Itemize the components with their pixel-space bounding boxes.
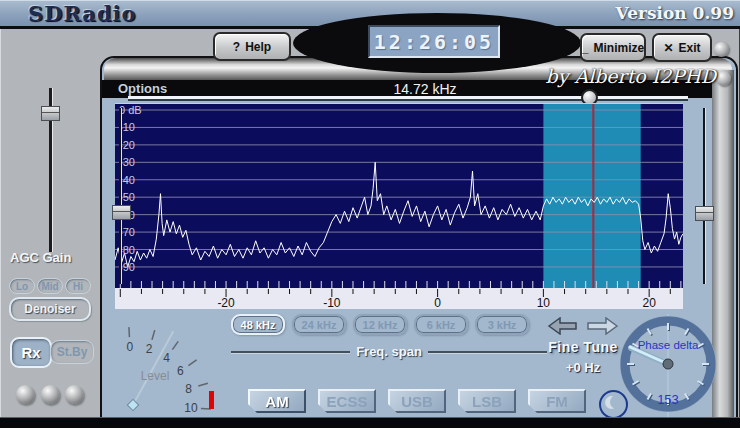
freq-span-label: Freq. span — [356, 344, 422, 359]
clock-display: 12:26:05 — [368, 25, 500, 58]
span-48khz-button[interactable]: 48 kHz — [231, 314, 285, 335]
minimize-button-label: Minimize — [594, 41, 645, 55]
mode-am-button[interactable]: AM — [248, 389, 306, 413]
right-spectrum-slider[interactable] — [703, 108, 705, 284]
phase-delta-value: 153 — [657, 392, 679, 407]
version-label: Version 0.99 — [616, 3, 734, 23]
minimize-icon: _ — [582, 41, 589, 55]
app-title: SDRadio — [28, 1, 137, 26]
span-24khz-button[interactable]: 24 kHz — [292, 314, 346, 335]
help-button[interactable]: ? Help — [213, 32, 291, 61]
agc-gain-label: AGC Gain — [10, 250, 71, 265]
question-icon: ? — [233, 40, 240, 54]
minimize-button[interactable]: _ Minimize — [580, 33, 646, 62]
help-button-label: Help — [245, 40, 271, 54]
svg-text:0: 0 — [434, 296, 441, 309]
indicator-lamp — [65, 385, 84, 404]
svg-text:-10: -10 — [323, 296, 341, 309]
frequency-axis: -20-1001020 — [115, 288, 683, 309]
svg-text:-10: -10 — [119, 121, 135, 133]
divider-line — [231, 351, 350, 353]
svg-text:6: 6 — [177, 364, 184, 378]
mode-lsb-button[interactable]: LSB — [458, 389, 516, 413]
span-6khz-button[interactable]: 6 kHz — [414, 314, 468, 335]
svg-text:-20: -20 — [217, 296, 235, 309]
svg-text:-80: -80 — [119, 244, 135, 256]
denoiser-button[interactable]: Denoiser — [9, 297, 91, 321]
mode-usb-button[interactable]: USB — [388, 389, 446, 413]
exit-button-label: Exit — [679, 41, 701, 55]
freq-span-group: Freq. span — [231, 344, 547, 359]
svg-text:0: 0 — [127, 340, 134, 354]
rx-button[interactable]: Rx — [10, 337, 52, 368]
mode-fm-button[interactable]: FM — [528, 389, 586, 413]
moon-icon-mask — [610, 395, 624, 409]
close-icon: ✕ — [663, 41, 673, 55]
svg-text:10: 10 — [537, 296, 551, 309]
agc-gain-slider-handle[interactable] — [41, 106, 60, 121]
fine-tune-up-arrow-icon[interactable] — [588, 318, 617, 334]
agc-mid-button[interactable]: Mid — [37, 278, 63, 294]
divider-line — [428, 351, 547, 353]
left-spectrum-slider-handle[interactable] — [112, 205, 131, 220]
svg-text:-20: -20 — [119, 139, 135, 151]
span-12khz-button[interactable]: 12 kHz — [353, 314, 407, 335]
svg-text:10: 10 — [184, 401, 198, 415]
indicator-lamp — [16, 385, 35, 404]
agc-preset-buttons: Lo Mid Hi — [9, 278, 91, 294]
sdradio-window: SDRadio Version 0.99 Options 14.72 kHz b… — [0, 0, 740, 428]
phase-delta-dial: Phase delta 153 — [616, 308, 740, 428]
frequency-axis-ticks: -20-1001020 — [115, 288, 683, 309]
rivet-decoration — [714, 42, 729, 57]
freq-span-buttons: 48 kHz 24 kHz 12 kHz 6 kHz 3 kHz — [231, 314, 529, 335]
fine-tune-label: Fine Tune — [538, 339, 628, 355]
agc-hi-button[interactable]: Hi — [65, 278, 91, 294]
phase-delta-label: Phase delta — [638, 339, 699, 351]
svg-text:8: 8 — [185, 382, 192, 396]
mode-buttons: AM ECSS USB LSB FM — [248, 389, 586, 413]
author-credit: by Alberto I2PHD — [498, 58, 720, 94]
svg-text:-30: -30 — [119, 156, 135, 168]
agc-lo-button[interactable]: Lo — [9, 278, 35, 294]
svg-text:-90: -90 — [119, 261, 135, 273]
svg-text:4: 4 — [163, 351, 170, 365]
exit-button[interactable]: ✕ Exit — [652, 33, 712, 62]
level-meter: 0246810 Level — [103, 312, 228, 424]
fine-tune-arrows — [547, 317, 619, 335]
level-meter-label: Level — [141, 369, 170, 383]
moon-toggle-button[interactable] — [599, 390, 628, 419]
tuning-slider-track[interactable] — [128, 96, 688, 101]
svg-text:-70: -70 — [119, 226, 135, 238]
span-3khz-button[interactable]: 3 kHz — [475, 314, 529, 335]
fine-tune-down-arrow-icon[interactable] — [549, 318, 576, 334]
right-spectrum-slider-handle[interactable] — [695, 206, 714, 221]
fine-tune-offset: +0 Hz — [538, 360, 628, 375]
spectrum-trace: 0 dB-10-20-30-40-50-60-70-80-90 — [115, 104, 683, 289]
mode-ecss-button[interactable]: ECSS — [318, 389, 376, 413]
indicator-lamp — [41, 385, 60, 404]
left-spectrum-slider[interactable] — [119, 108, 121, 284]
svg-text:2: 2 — [146, 342, 153, 356]
svg-text:-50: -50 — [119, 191, 135, 203]
svg-text:0 dB: 0 dB — [119, 104, 142, 116]
standby-button[interactable]: St.By — [50, 340, 94, 364]
bottom-border — [0, 417, 740, 428]
svg-text:-40: -40 — [119, 174, 135, 186]
spectrum-plot[interactable]: 0 dB-10-20-30-40-50-60-70-80-90 — [115, 103, 683, 289]
